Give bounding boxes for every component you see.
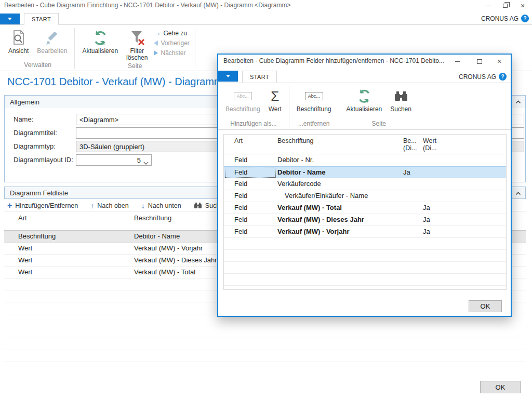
dialog-company-name: CRONUS AG [459,73,496,81]
ribbon-group-dialog-seite: Aktualisieren Suchen Seite [342,83,416,129]
chevron-up-icon [515,192,521,195]
dialog-suchen-button[interactable]: Suchen [386,85,416,114]
main-tabstrip: START CRONUS AG ? [0,11,532,25]
table-row[interactable]: FeldVerkäufercode [224,178,506,190]
dialog-tabstrip: START CRONUS AG ? [218,68,511,83]
empty-row [224,250,506,262]
remove-beschriftung-label: Beschriftung [297,106,331,113]
maximize-icon [477,59,482,64]
vorheriger-button[interactable]: Vorheriger [154,39,189,47]
diagrammtyp-label: Diagrammtyp: [14,142,56,150]
column-header-beschriftung[interactable]: Beschriftung [134,214,171,222]
goto-arrow-icon: → [154,30,161,36]
main-window-title: Bearbeiten - Cube Diagramm Einrichtung -… [4,2,291,9]
dialog-maximize-button[interactable] [471,56,488,67]
close-button[interactable]: × [514,0,531,11]
table-row[interactable]: FeldVerkauf (MW) - VorjahrJa [224,226,506,238]
minimize-icon [486,6,491,6]
dialog-field-table: Art Beschriftung Be...(Di... Wert(Di... … [223,134,507,290]
company-name: CRONUS AG [481,15,518,22]
column-header-beschriftung[interactable]: Beschriftung [277,137,313,144]
naechster-button[interactable]: Nächster [154,49,189,57]
close-icon: × [521,2,525,9]
app-menu-dropdown-icon [8,18,12,20]
arrow-up-icon: ↑ [90,202,94,209]
add-beschriftung-button[interactable]: Abc... Beschriftung [221,85,264,114]
minimize-button[interactable] [480,0,497,11]
add-wert-button[interactable]: Σ Wert [264,85,286,114]
close-icon: × [497,58,501,65]
table-row[interactable]: FeldVerkauf (MW) - Dieses JahrJa [224,214,506,226]
empty-row [224,262,506,274]
add-wert-label: Wert [269,106,282,113]
dialog-ok-button[interactable]: OK [469,300,502,312]
gehe-zu-button[interactable]: →Gehe zu [154,29,189,37]
empty-row [4,338,526,350]
dialog-titlebar: Bearbeiten - Cube Diagramm Felder hinzuf… [218,55,511,68]
aktualisieren-label: Aktualisieren [82,48,118,55]
dialog-aktualisieren-button[interactable]: Aktualisieren [342,85,387,114]
main-ok-button[interactable]: OK [480,381,521,393]
bearbeiten-button[interactable]: Bearbeiten [33,27,71,56]
tab-start[interactable]: START [24,13,59,25]
dialog-minimize-button[interactable] [449,56,466,67]
nach-oben-button[interactable]: ↑Nach oben [90,202,128,209]
table-row[interactable]: FeldVerkäufer/Einkäufer - Name [224,190,506,202]
dialog-close-button[interactable]: × [491,56,508,67]
restore-button[interactable] [497,0,513,11]
binoculars-icon [194,203,202,208]
app-menu-dropdown-icon [226,75,230,77]
filter-loeschen-label: Filterlöschen [126,48,148,61]
empty-row [4,350,526,362]
diagrammlayout-id-combobox[interactable]: 5 [76,154,152,166]
dialog-window: Bearbeiten - Cube Diagramm Felder hinzuf… [217,54,512,317]
ribbon-group-seite: Aktualisieren Filterlöschen →Gehe zu Vor… [78,25,191,71]
diagrammlayout-id-value: 5 [137,156,141,164]
column-header-beschriftung-diagramm[interactable]: Be...(Di... [403,137,417,152]
group-label-verwalten: Verwalten [4,61,71,71]
dialog-aktualisieren-label: Aktualisieren [347,106,382,113]
group-label-hinzufuegen-als: Hinzufügen als... [221,120,286,129]
table-row[interactable]: FeldDebitor - Nr. [224,154,506,166]
dialog-app-menu-button[interactable] [218,71,238,82]
ribbon-separator [339,86,339,127]
remove-beschriftung-button[interactable]: Abc... Beschriftung [292,85,336,114]
dialog-help-icon[interactable]: ? [499,73,507,81]
column-header-art[interactable]: Art [18,214,27,222]
sigma-icon: Σ [271,86,279,106]
ansicht-button[interactable]: Ansicht [4,27,33,56]
refresh-icon [92,28,109,48]
nav-small-buttons: →Gehe zu Vorheriger Nächster [152,27,191,59]
app-menu-button[interactable] [0,14,20,24]
collapse-feldliste-button[interactable] [511,188,525,199]
help-icon[interactable]: ? [521,15,529,22]
dialog-tab-start[interactable]: START [242,71,277,83]
name-label: Name: [14,115,33,123]
ribbon-separator [195,28,195,69]
dialog-ribbon: Abc... Beschriftung Σ Wert Hinzufügen al… [218,83,511,130]
clear-filter-icon [128,28,146,48]
table-row-selected[interactable]: FeldDebitor - NameJa [224,166,506,178]
add-beschriftung-label: Beschriftung [225,106,260,113]
ribbon-group-verwalten: Ansicht Bearbeiten Verwalten [4,25,71,71]
dialog-table-header: Art Beschriftung Be...(Di... Wert(Di... [224,135,506,154]
arrow-down-icon: ↓ [141,202,145,209]
table-row[interactable]: FeldVerkauf (MW) - TotalJa [224,202,506,214]
aktualisieren-button[interactable]: Aktualisieren [78,27,122,56]
hinzufuegen-entfernen-button[interactable]: +Hinzufügen/Entfernen [7,202,78,209]
screen: Bearbeiten - Cube Diagramm Einrichtung -… [0,0,532,399]
group-label-dialog-seite: Seite [342,120,416,129]
chevron-down-icon [143,158,149,166]
filter-loeschen-button[interactable]: Filterlöschen [122,27,152,62]
refresh-icon [356,86,372,106]
collapse-allgemein-button[interactable] [511,96,525,108]
column-header-art[interactable]: Art [234,137,243,144]
column-header-wert-diagramm[interactable]: Wert(Di... [423,137,436,152]
nach-unten-button[interactable]: ↓Nach unten [141,202,181,209]
ribbon-group-hinzufuegen-als: Abc... Beschriftung Σ Wert Hinzufügen al… [221,83,286,129]
abc-caption-icon: Abc... [305,86,323,106]
binoculars-icon [394,86,408,106]
empty-row [224,238,506,250]
plus-icon: + [7,202,12,209]
ribbon-separator [74,28,75,69]
